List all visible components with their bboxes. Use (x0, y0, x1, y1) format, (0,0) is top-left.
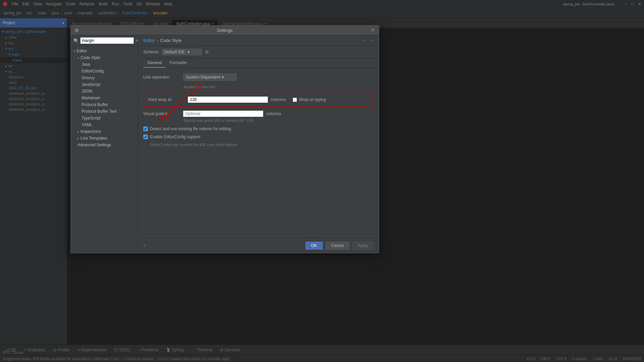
hard-wrap-col-label: columns (271, 97, 286, 102)
breadcrumb-nav: ← → (363, 38, 374, 43)
breadcrumb-editor-link[interactable]: Editor (143, 38, 155, 43)
hard-wrap-input[interactable] (188, 96, 268, 103)
tree-item-typescript[interactable]: TypeScript (71, 115, 138, 121)
dialog-content: Line separator: System-Dependent ▾ Appli… (138, 68, 379, 238)
visual-guides-label: Visual guides: (143, 111, 180, 116)
tree-item-advanced-settings[interactable]: Advanced Settings (71, 142, 138, 148)
tree-item-javascript[interactable]: JavaScript (71, 81, 138, 88)
scheme-gear-btn[interactable]: ⚙ (205, 49, 209, 55)
tab-formatter[interactable]: Formatter (166, 58, 191, 68)
dialog-title: Settings (217, 28, 233, 33)
line-separator-select[interactable]: System-Dependent ▾ (183, 73, 237, 81)
wrap-on-typing-label: Wrap on typing (299, 97, 326, 102)
tree-item-protocol-buffer-text[interactable]: Protocol Buffer Text (71, 108, 138, 115)
line-separator-arrow: ▾ (222, 75, 224, 80)
tree-item-groovy[interactable]: Groovy (71, 74, 138, 81)
checkboxes-section: Detect and use existing file indents for… (143, 126, 374, 147)
editorconfig-hint: EditorConfig may override the IDE code s… (150, 143, 374, 147)
dialog-title-icon: ⚙ (75, 28, 79, 33)
visual-guides-row: Visual guides: columns (143, 110, 374, 117)
wrap-on-typing-checkbox[interactable] (293, 98, 297, 102)
tree-item-live-templates[interactable]: ▸ Live Templates (71, 135, 138, 142)
tree-arrow-live-templates: ▸ (78, 137, 79, 140)
wrap-on-typing-row: Wrap on typing (293, 97, 326, 102)
detect-indent-checkbox[interactable] (143, 126, 148, 131)
dialog-right-panel: Editor › Code Style ← → Scheme: Default … (138, 35, 379, 253)
tree-item-inspections[interactable]: ▸ Inspections (71, 128, 138, 135)
tree-item-yaml[interactable]: YAML (71, 121, 138, 128)
tree-item-editor[interactable]: ▾ Editor (71, 48, 138, 54)
tree-item-json[interactable]: JSON (71, 88, 138, 95)
editorconfig-checkbox[interactable] (143, 135, 148, 139)
dialog-nav-panel: 🔍 ✕ ▾ Editor ▾ Code Style (71, 35, 138, 253)
scheme-row: Scheme: Default IDE ▾ ⚙ (138, 46, 379, 58)
line-separator-value: System-Dependent (186, 75, 220, 80)
line-separator-hint: Applied to new files (184, 85, 374, 89)
dialog-breadcrumb: Editor › Code Style ← → (138, 35, 379, 46)
tree-item-protocol-buffer[interactable]: Protocol Buffer (71, 101, 138, 108)
dialog-title-bar: ⚙ Settings ✕ (71, 25, 379, 35)
search-input[interactable] (80, 37, 134, 44)
detect-indent-row: Detect and use existing file indents for… (143, 126, 374, 131)
dialog-overlay: ⚙ Settings ✕ 🔍 ✕ ▾ Editor (0, 0, 644, 362)
visual-guides-col-label: columns (266, 111, 281, 116)
tree-item-editorconfig[interactable]: EditorConfig (71, 68, 138, 74)
dialog-tabs: General Formatter (138, 58, 379, 68)
hard-wrap-label: Hard wrap at: (148, 97, 185, 102)
search-icon: 🔍 (73, 38, 79, 43)
dialog-body: 🔍 ✕ ▾ Editor ▾ Code Style (71, 35, 379, 253)
dialog-footer: ? OK Cancel Apply (138, 238, 379, 253)
tree-arrow-inspections: ▸ (78, 130, 79, 134)
scheme-dropdown-arrow: ▾ (188, 50, 190, 54)
tree-item-markdown[interactable]: Markdown (71, 95, 138, 101)
editorconfig-label: Enable EditorConfig support (150, 135, 200, 139)
help-btn[interactable]: ? (143, 243, 146, 248)
scheme-label: Scheme: (143, 50, 159, 54)
tab-general[interactable]: General (143, 58, 166, 68)
visual-guides-hint: Specify one guide (80) or several (80, 1… (184, 118, 374, 122)
breadcrumb-forward-btn[interactable]: → (369, 38, 374, 43)
hard-wrap-row: Hard wrap at: columns Wrap on typing (148, 96, 369, 103)
apply-button[interactable]: Apply (352, 242, 374, 250)
ok-button[interactable]: OK (305, 242, 323, 250)
cancel-button[interactable]: Cancel (326, 242, 349, 250)
tree-item-java[interactable]: Java (71, 61, 138, 68)
detect-indent-label: Detect and use existing file indents for… (150, 126, 231, 131)
dialog-close-btn[interactable]: ✕ (370, 28, 375, 33)
search-box: 🔍 ✕ (71, 35, 138, 46)
tree-item-code-style[interactable]: ▾ Code Style (71, 54, 138, 61)
editorconfig-row: Enable EditorConfig support (143, 135, 374, 139)
settings-dialog: ⚙ Settings ✕ 🔍 ✕ ▾ Editor (70, 25, 379, 253)
tree-arrow-editor: ▾ (73, 49, 75, 53)
scheme-value: Default IDE (164, 50, 185, 54)
tree-arrow-code-style: ▾ (78, 56, 79, 60)
line-separator-label: Line separator: (143, 75, 180, 80)
hard-wrap-section: Hard wrap at: columns Wrap on typing (143, 93, 374, 106)
scheme-select[interactable]: Default IDE ▾ (162, 49, 202, 55)
visual-guides-input[interactable] (183, 110, 263, 117)
line-separator-row: Line separator: System-Dependent ▾ (143, 73, 374, 81)
breadcrumb-back-btn[interactable]: ← (363, 38, 367, 43)
nav-tree: ▾ Editor ▾ Code Style Java EditorConfig (71, 46, 138, 253)
breadcrumb-code-style: Code Style (160, 38, 182, 43)
